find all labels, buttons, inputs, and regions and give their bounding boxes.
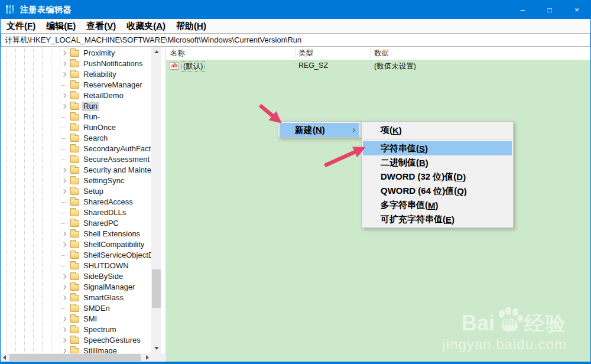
expand-chevron-icon[interactable]	[60, 105, 69, 108]
expand-chevron-icon[interactable]	[60, 317, 69, 321]
tree-item[interactable]: Spectrum	[1, 324, 151, 335]
column-header-name[interactable]: 名称	[170, 47, 185, 60]
expand-chevron-icon[interactable]	[60, 232, 69, 236]
tree-item[interactable]: SignalManager	[1, 282, 151, 292]
menubar-item[interactable]: 帮助(H)	[171, 19, 212, 33]
submenu-item[interactable]: 多字符串值(M)	[363, 198, 512, 212]
maximize-button[interactable]: □	[536, 1, 563, 19]
folder-icon	[70, 231, 79, 238]
tree-connector	[60, 138, 69, 139]
minimize-button[interactable]: –	[509, 1, 536, 19]
folder-icon	[70, 220, 79, 227]
tree-item[interactable]: SettingSync	[1, 176, 151, 186]
expand-chevron-icon[interactable]	[60, 285, 69, 289]
expand-chevron-icon[interactable]	[60, 243, 69, 246]
folder-icon	[70, 252, 79, 259]
menu-item-new[interactable]: 新建(N)	[280, 123, 359, 137]
registry-editor-window: 注册表编辑器 – □ × 文件(F)编辑(E)查看(V)收藏夹(A)帮助(H) …	[0, 0, 591, 364]
column-header-data[interactable]: 数据	[374, 47, 389, 60]
expand-chevron-icon[interactable]	[60, 62, 69, 66]
tree-item[interactable]: Run	[1, 101, 151, 112]
menubar-item[interactable]: 查看(V)	[81, 19, 121, 33]
expand-chevron-icon[interactable]	[60, 349, 69, 353]
address-path: 计算机\HKEY_LOCAL_MACHINE\SOFTWARE\Microsof…	[5, 35, 301, 46]
tree-item[interactable]: SecureAssessment	[1, 154, 151, 165]
column-header-type[interactable]: 类型	[298, 47, 313, 60]
tree-item-label: PushNotifications	[82, 59, 144, 69]
submenu-item[interactable]: DWORD (32 位)值(D)	[363, 170, 512, 184]
tree-item-label: SmartGlass	[82, 293, 125, 303]
vertical-scroll-thumb[interactable]	[152, 269, 161, 308]
expand-chevron-icon[interactable]	[60, 339, 69, 342]
column-separator[interactable]	[295, 48, 296, 58]
tree-item[interactable]: SHUTDOWN	[1, 261, 151, 271]
tree-item[interactable]: RunOnce	[1, 122, 151, 133]
tree-item[interactable]: SharedPC	[1, 218, 151, 229]
tree-item[interactable]: ReserveManager	[1, 80, 151, 90]
menubar-item[interactable]: 文件(F)	[1, 19, 41, 33]
tree-item[interactable]: RetailDemo	[1, 90, 151, 101]
expand-chevron-icon[interactable]	[60, 179, 69, 183]
folder-icon	[70, 295, 79, 301]
expand-chevron-icon[interactable]	[60, 168, 69, 172]
tree-item[interactable]: Reliability	[1, 69, 151, 80]
tree-item[interactable]: PushNotifications	[1, 58, 151, 69]
submenu-item[interactable]: 项(K)	[363, 123, 512, 137]
watermark-jingyan-text: 经验	[524, 314, 567, 333]
tree-vertical-scrollbar[interactable]	[151, 47, 161, 353]
tree-item[interactable]: SideBySide	[1, 271, 151, 282]
tree-connector	[60, 266, 69, 266]
tree-item[interactable]: Search	[1, 133, 151, 144]
tree-item[interactable]: Shell Extensions	[1, 229, 151, 239]
column-separator[interactable]	[370, 48, 371, 58]
tree-item[interactable]: SMDEn	[1, 303, 151, 314]
tree-item[interactable]: Run-	[1, 112, 151, 122]
scroll-right-icon[interactable]	[146, 355, 149, 360]
scroll-left-icon[interactable]	[3, 355, 6, 360]
tree-item[interactable]: ShellCompatibility	[1, 239, 151, 250]
tree-item[interactable]: SharedAccess	[1, 197, 151, 207]
tree-connector	[60, 223, 69, 224]
expand-chevron-icon[interactable]	[60, 51, 69, 55]
horizontal-scroll-thumb[interactable]	[9, 354, 141, 361]
folder-icon	[70, 72, 79, 78]
expand-chevron-icon[interactable]	[60, 275, 69, 278]
tree-item[interactable]: Setup	[1, 186, 151, 197]
submenu-item[interactable]: 二进制值(B)	[363, 155, 512, 170]
folder-icon	[70, 274, 79, 280]
submenu-item[interactable]: 字符串值(S)	[363, 141, 512, 155]
close-button[interactable]: ×	[563, 1, 590, 19]
tree-item[interactable]: SMI	[1, 314, 151, 324]
tree-item[interactable]: StillImage	[1, 346, 151, 353]
watermark-url: jingyan.baidu.com	[443, 336, 567, 353]
submenu-item[interactable]: 可扩充字符串值(E)	[363, 212, 512, 226]
folder-icon	[70, 146, 79, 152]
expand-chevron-icon[interactable]	[60, 296, 69, 300]
submenu-item[interactable]: QWORD (64 位)值(Q)	[363, 184, 512, 198]
string-value-icon: ab	[170, 62, 179, 70]
expand-chevron-icon[interactable]	[60, 73, 69, 76]
tree-item[interactable]: SecondaryAuthFacto	[1, 144, 151, 154]
tree-item[interactable]: Proximity	[1, 48, 151, 58]
tree-item-label: ShellCompatibility	[82, 240, 146, 249]
expand-chevron-icon[interactable]	[60, 328, 69, 332]
tree-item[interactable]: SharedDLLs	[1, 207, 151, 218]
tree-connector	[60, 149, 69, 150]
list-header: 名称 类型 数据	[166, 47, 590, 60]
tree-item[interactable]: Security and Mainte	[1, 165, 151, 176]
scroll-up-icon[interactable]	[154, 50, 159, 53]
registry-value-row[interactable]: ab (默认) REG_SZ (数值未设置)	[166, 60, 590, 72]
expand-chevron-icon[interactable]	[60, 94, 69, 98]
tree-item[interactable]: ShellServiceObjectD	[1, 250, 151, 261]
menubar-item[interactable]: 收藏夹(A)	[121, 19, 171, 33]
tree-item[interactable]: SmartGlass	[1, 292, 151, 303]
menubar-item[interactable]: 编辑(E)	[41, 19, 81, 33]
tree-item[interactable]: SpeechGestures	[1, 335, 151, 346]
expand-chevron-icon[interactable]	[60, 190, 69, 193]
registry-app-icon	[6, 5, 15, 15]
folder-icon	[70, 135, 79, 142]
scroll-down-icon[interactable]	[154, 347, 159, 350]
tree-connector	[60, 160, 69, 160]
tree-horizontal-scrollbar[interactable]	[1, 353, 151, 362]
address-bar[interactable]: 计算机\HKEY_LOCAL_MACHINE\SOFTWARE\Microsof…	[1, 33, 590, 47]
